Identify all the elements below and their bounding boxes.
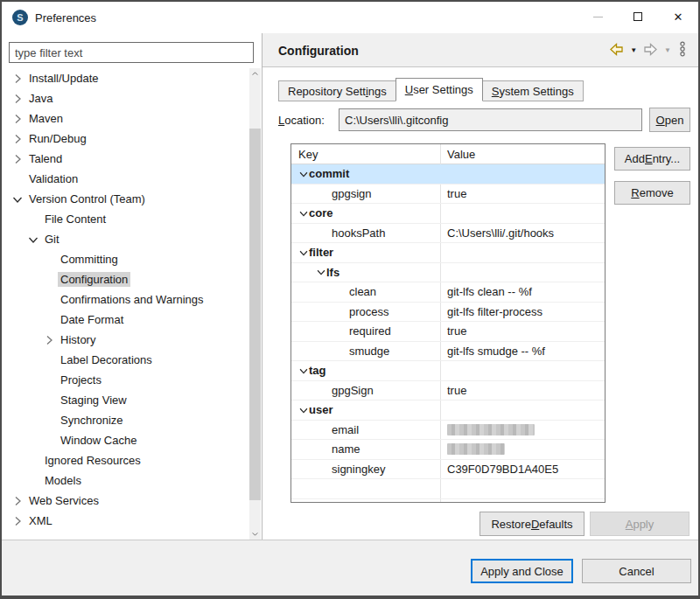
tree-item[interactable]: Label Decorations (4, 350, 248, 370)
table-row[interactable]: hooksPath C:\Users\lli/.git/hooks (291, 224, 605, 244)
tree-item-label: Committing (58, 252, 121, 267)
tree-item-label: File Content (42, 212, 108, 226)
apply-and-close-button[interactable]: Apply and Close (471, 559, 573, 583)
column-header-key[interactable]: Key (291, 148, 440, 161)
table-row[interactable]: core (291, 204, 605, 224)
tree-item[interactable]: Git (4, 229, 248, 249)
table-row[interactable]: commit (291, 164, 605, 185)
tree-item[interactable]: XML (4, 511, 248, 531)
tab[interactable]: System Settings (482, 80, 584, 101)
close-button[interactable]: ✕ (658, 2, 698, 31)
row-key: process (349, 305, 389, 318)
tree-item[interactable]: Synchronize (4, 410, 248, 430)
forward-icon[interactable] (643, 43, 658, 59)
tree-chevron-icon[interactable] (10, 132, 24, 146)
view-menu-icon[interactable] (677, 41, 688, 59)
tree-chevron-icon[interactable] (10, 92, 24, 106)
row-key: user (309, 403, 332, 416)
tree-chevron-icon[interactable] (10, 112, 24, 126)
table-row[interactable]: process git-lfs filter-process (291, 303, 605, 323)
tree-item[interactable]: Web Services (4, 491, 248, 511)
row-chevron-icon[interactable] (296, 207, 310, 219)
row-chevron-icon[interactable] (296, 247, 310, 259)
row-key: filter (309, 246, 333, 259)
table-row[interactable]: filter (291, 243, 605, 263)
row-value: git-lfs smudge -- %f (447, 345, 545, 358)
tree-item[interactable]: Version Control (Team) (4, 189, 248, 209)
row-key: email (332, 423, 359, 436)
tree-item[interactable]: File Content (4, 209, 248, 229)
table-row[interactable]: clean git-lfs clean -- %f (291, 282, 605, 303)
back-icon[interactable] (609, 43, 624, 59)
tree-chevron-icon[interactable] (10, 192, 24, 206)
tree-chevron-icon[interactable] (10, 152, 24, 166)
tree-item[interactable]: Maven (4, 108, 248, 129)
tree-item-label: Maven (26, 111, 66, 126)
tree-chevron-icon[interactable] (10, 494, 24, 508)
tree-chevron-icon[interactable] (26, 233, 40, 247)
add-entry-button[interactable]: Add Entry... (614, 147, 690, 171)
scroll-up-icon[interactable] (249, 68, 261, 80)
table-row[interactable]: tag (291, 361, 605, 381)
tree-item[interactable]: Models (4, 470, 248, 491)
tree-item[interactable]: Java (4, 88, 248, 108)
column-header-value[interactable]: Value (440, 148, 605, 161)
back-dropdown-icon[interactable]: ▼ (630, 46, 637, 54)
tree-item[interactable]: Confirmations and Warnings (4, 289, 248, 310)
cancel-button[interactable]: Cancel (582, 559, 691, 583)
table-row[interactable]: gpgsign true (291, 185, 605, 205)
tree-item[interactable]: Staging View (4, 390, 248, 410)
table-row[interactable]: smudge git-lfs smudge -- %f (291, 342, 605, 362)
row-key: core (309, 206, 332, 219)
restore-defaults-button[interactable]: Restore Defaults (480, 512, 584, 536)
tree-item-label: History (58, 332, 98, 347)
minimize-button[interactable] (578, 2, 618, 31)
tree-scrollbar[interactable] (249, 68, 261, 540)
tree-item-label: Talend (26, 151, 65, 166)
tree-item[interactable]: Run/Debug (4, 129, 248, 149)
row-chevron-icon[interactable] (296, 404, 310, 416)
table-row[interactable]: required true (291, 322, 605, 342)
tree-item[interactable]: Date Format (4, 310, 248, 330)
tree-item[interactable]: Ignored Resources (4, 450, 248, 470)
forward-dropdown-icon[interactable]: ▼ (664, 46, 671, 54)
table-row[interactable]: email (291, 421, 605, 441)
row-key: clean (349, 285, 376, 298)
maximize-button[interactable] (618, 2, 658, 31)
tree-chevron-icon[interactable] (10, 514, 24, 528)
scroll-down-icon[interactable] (249, 528, 261, 540)
tree-item-label: Window Cache (58, 433, 139, 448)
tree-item[interactable]: History (4, 330, 248, 350)
tree-item[interactable]: Window Cache (4, 430, 248, 450)
row-chevron-icon[interactable] (313, 266, 327, 278)
scroll-thumb[interactable] (249, 129, 261, 500)
tree-item[interactable]: Projects (4, 370, 248, 390)
tab[interactable]: User Settings (396, 78, 483, 101)
tree-item-label: Confirmations and Warnings (58, 292, 206, 307)
tab[interactable]: Repository Settings (278, 80, 396, 101)
row-chevron-icon[interactable] (296, 365, 310, 377)
table-row[interactable]: lfs (291, 263, 605, 283)
row-key: hooksPath (332, 226, 385, 240)
tree-item-label: Web Services (26, 493, 102, 508)
tree-item[interactable]: Configuration (4, 269, 248, 289)
tree-chevron-icon[interactable] (10, 72, 24, 86)
row-chevron-icon[interactable] (296, 168, 310, 180)
table-row[interactable]: signingkey C39F0D79BD1A40E5 (291, 460, 605, 480)
tree-chevron-icon[interactable] (42, 333, 56, 347)
table-header: Key Value (291, 144, 605, 164)
row-key: commit (309, 167, 349, 180)
tree-item[interactable]: Validation (4, 169, 248, 189)
tree-item[interactable]: Committing (4, 249, 248, 269)
tree-item-label: Models (42, 473, 84, 488)
open-button[interactable]: Open (649, 108, 690, 132)
table-row[interactable]: name (291, 440, 605, 460)
tree-item[interactable]: Talend (4, 149, 248, 169)
location-field[interactable] (339, 108, 642, 131)
table-row[interactable]: user (291, 400, 605, 421)
tree-item-label: Synchronize (58, 413, 126, 428)
table-row[interactable]: gpgSign true (291, 381, 605, 401)
remove-button[interactable]: Remove (614, 181, 690, 205)
tree-item[interactable]: Install/Update (4, 68, 248, 88)
filter-input[interactable] (9, 42, 254, 63)
